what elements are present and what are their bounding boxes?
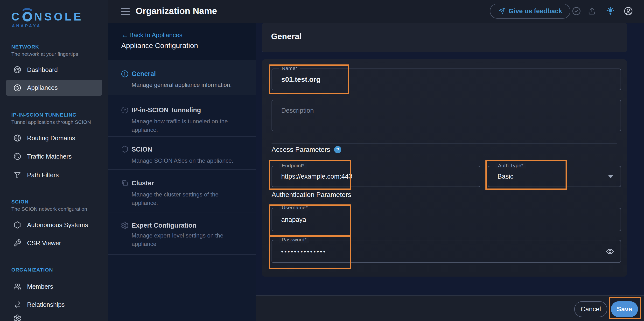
form-footer: Cancel Save — [256, 295, 644, 321]
feedback-label: Give us feedback — [508, 8, 562, 15]
section-header-card: General — [262, 23, 627, 52]
access-parameters-heading: Access Parameters ? — [272, 146, 341, 154]
help-icon[interactable]: ? — [334, 146, 341, 153]
password-field-label: Password* — [279, 237, 309, 242]
section-label-tunneling: IP-IN-SCION TUNNELING — [11, 112, 77, 118]
password-field-value: •••••••••••••• — [281, 248, 326, 255]
auth-type-value: Basic — [498, 173, 514, 180]
sidebar-item-label: Traffic Matchers — [27, 153, 72, 160]
username-field-value: anapaya — [281, 216, 306, 223]
name-field[interactable]: Name* s01.test.org — [272, 68, 621, 90]
endpoint-field[interactable]: Endpoint* https://example.com:443 — [272, 166, 480, 187]
sidebar-item-label: CSR Viewer — [27, 240, 61, 247]
upload-icon[interactable] — [587, 6, 597, 16]
sidebar-item-dashboard[interactable]: Dashboard — [0, 61, 108, 79]
tab-scion[interactable]: SCION Manage SCION ASes on the appliance… — [108, 137, 256, 170]
authentication-parameters-label: Authentication Parameters — [272, 191, 351, 199]
tab-description: Manage the cluster settings of the appli… — [132, 190, 235, 207]
auth-type-label: Auth Type* — [496, 163, 526, 168]
auth-type-select[interactable]: Auth Type* Basic — [488, 166, 621, 187]
authentication-parameters-heading: Authentication Parameters — [272, 191, 351, 199]
sidebar-item-label: Appliances — [27, 84, 58, 92]
sidebar-item-routing-domains[interactable]: Routing Domains — [0, 129, 108, 147]
tab-general[interactable]: General Manage general appliance informa… — [108, 60, 256, 95]
info-icon — [121, 70, 129, 78]
lightbulb-icon[interactable] — [606, 6, 615, 16]
hexagon-icon — [121, 145, 129, 153]
description-input[interactable] — [272, 100, 620, 131]
logo-text-post: NSOLE — [34, 10, 83, 23]
console-logo[interactable]: C NSOLE — [11, 10, 83, 23]
section-subtitle-tunneling: Tunnel applications through SCION — [11, 119, 91, 125]
section-subtitle-network: The network at your fingertips — [11, 51, 78, 57]
endpoint-field-value: https://example.com:443 — [281, 173, 352, 180]
username-field[interactable]: Username* anapaya — [272, 208, 621, 231]
logo-subtext: ANAPAYA — [12, 24, 41, 28]
name-field-label: Name* — [279, 66, 300, 71]
appliance-icon — [13, 84, 22, 92]
back-to-appliances-link[interactable]: ← Back to Appliances — [121, 31, 182, 39]
main-content: General Name* s01.test.org Access Parame… — [256, 23, 644, 321]
account-icon[interactable] — [624, 6, 633, 16]
eye-icon[interactable] — [606, 247, 614, 256]
primary-sidebar: C NSOLE ANAPAYA NETWORK The network at y… — [0, 0, 108, 321]
sidebar-item-members[interactable]: Members — [0, 278, 108, 296]
sidebar-item-label: Dashboard — [27, 66, 58, 74]
globe-icon — [13, 66, 22, 74]
section-heading: General — [271, 32, 302, 41]
endpoint-field-label: Endpoint* — [279, 163, 307, 168]
menu-icon[interactable] — [121, 8, 130, 15]
tab-description: Manage expert-level settings on the appl… — [132, 231, 235, 248]
access-parameters-label: Access Parameters — [272, 146, 330, 154]
swap-arrows-icon — [13, 300, 22, 309]
sidebar-item-appliances[interactable]: Appliances — [6, 80, 102, 96]
config-sidebar-title: Appliance Configuration — [121, 42, 198, 50]
globe-grid-icon — [13, 134, 22, 142]
section-label-scion: SCION — [11, 199, 29, 205]
tab-label: General — [132, 70, 156, 78]
back-link-label: Back to Appliances — [130, 32, 182, 39]
sidebar-item-autonomous-systems[interactable]: Autonomous Systems — [0, 216, 108, 234]
copy-squares-icon — [121, 179, 129, 187]
tab-label: Expert Configuration — [132, 222, 196, 229]
tab-expert-configuration[interactable]: Expert Configuration Manage expert-level… — [108, 212, 256, 255]
check-circle-icon[interactable] — [572, 6, 581, 16]
send-icon — [498, 8, 505, 15]
password-field[interactable]: Password* •••••••••••••• — [272, 240, 621, 263]
app-root: { "logo": { "pre": "C", "post": "NSOLE",… — [0, 0, 644, 321]
description-field[interactable] — [272, 100, 621, 131]
tab-label: Cluster — [132, 180, 154, 187]
sidebar-item-traffic-matchers[interactable]: Traffic Matchers — [0, 148, 108, 165]
section-subtitle-scion: The SCION network configuration — [11, 206, 87, 212]
sidebar-item-path-filters[interactable]: Path Filters — [0, 166, 108, 184]
appliance-config-sidebar: ← Back to Appliances Appliance Configura… — [108, 23, 256, 321]
settings-icon[interactable] — [13, 314, 22, 321]
back-arrow-icon: ← — [121, 31, 128, 39]
section-divider — [272, 143, 617, 144]
section-label-network: NETWORK — [11, 44, 39, 50]
username-field-label: Username* — [279, 205, 310, 210]
sidebar-item-csr-viewer[interactable]: CSR Viewer — [0, 234, 108, 252]
sidebar-item-relationships[interactable]: Relationships — [0, 296, 108, 314]
chevron-down-icon — [608, 175, 613, 178]
tab-label: IP-in-SCION Tunneling — [132, 106, 201, 114]
tunnel-dashed-circle-icon — [121, 106, 129, 114]
config-sidebar-header: ← Back to Appliances Appliance Configura… — [108, 23, 256, 60]
sidebar-item-label: Routing Domains — [27, 134, 75, 142]
tab-cluster[interactable]: Cluster Manage the cluster settings of t… — [108, 170, 256, 212]
tab-label: SCION — [132, 146, 152, 153]
hexagon-icon — [13, 221, 22, 229]
feedback-button[interactable]: Give us feedback — [490, 4, 570, 18]
save-button[interactable]: Save — [611, 301, 638, 317]
sidebar-item-label: Path Filters — [27, 171, 59, 179]
cancel-button[interactable]: Cancel — [574, 301, 607, 317]
tab-description: Manage how traffic is tunneled on the ap… — [132, 117, 235, 134]
logo-o-icon — [22, 11, 32, 22]
topbar: Organization Name Give us feedback — [108, 0, 644, 23]
tab-ip-in-scion-tunneling[interactable]: IP-in-SCION Tunneling Manage how traffic… — [108, 95, 256, 137]
general-form-card: Name* s01.test.org Access Parameters ? E… — [262, 59, 627, 276]
tab-description: Manage general appliance information. — [132, 80, 235, 89]
magnifier-circle-icon — [13, 152, 22, 160]
page-title: Organization Name — [136, 6, 217, 16]
wrench-icon — [13, 239, 22, 247]
